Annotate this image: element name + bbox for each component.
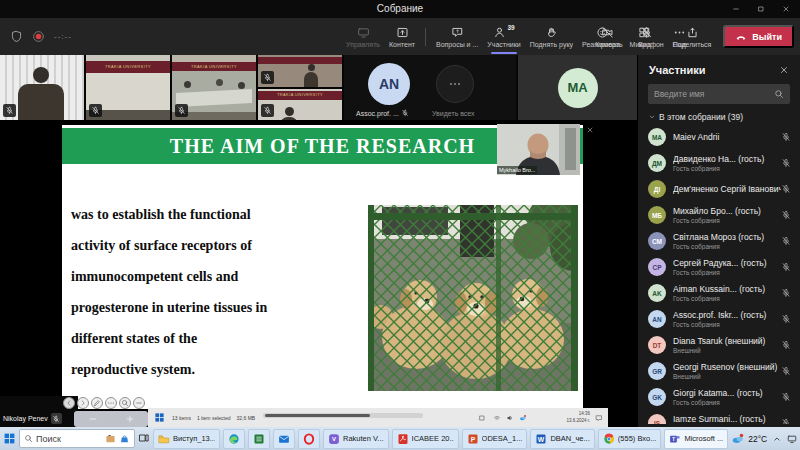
greenapp-icon xyxy=(253,433,265,445)
toolbar-participants-button[interactable]: 39Участники xyxy=(484,18,523,55)
scrollbar[interactable] xyxy=(263,413,423,418)
video-tile-2[interactable]: TRAKIA UNIVERSITY xyxy=(86,55,170,120)
taskbar-app-edge[interactable] xyxy=(223,429,245,449)
video-tile-1[interactable] xyxy=(0,55,84,120)
participant-role: Внешний xyxy=(673,347,781,354)
qa-icon xyxy=(451,26,464,39)
search-highlight-icon[interactable] xyxy=(105,433,116,444)
shared-cloud-icon xyxy=(519,414,527,422)
participant-name: Aiman Kussain... (гость) xyxy=(673,284,781,294)
participant-name: Diana Tsaruk (внешний) xyxy=(673,336,781,346)
slideshow-zoom-button[interactable] xyxy=(119,397,131,409)
weather-widget[interactable]: 22°C xyxy=(731,432,767,446)
participant-row[interactable]: MAMaiev Andrii xyxy=(638,124,800,150)
avatar: MA xyxy=(648,128,666,146)
participant-search-input[interactable] xyxy=(654,89,770,99)
taskbar-app--555-вхо-[interactable]: (555) Вхо... xyxy=(598,429,662,449)
taskbar-app-виступ-13-[interactable]: Виступ_13... xyxy=(153,429,220,449)
slide-text-line: reproductive system. xyxy=(71,354,339,385)
mic-off-icon xyxy=(640,26,653,39)
presenter-webcam[interactable]: Mykhailo Bro... xyxy=(497,124,580,175)
slide-text-line: activity of surface receptors of xyxy=(71,230,339,261)
taskbar-app-odesa-1-[interactable]: PODESA_1... xyxy=(462,429,528,449)
ellipsis-icon xyxy=(448,77,462,91)
minimize-icon xyxy=(732,5,740,13)
slideshow-prev-button[interactable] xyxy=(63,397,75,409)
toolbar-camera-button[interactable]: Камера xyxy=(592,18,624,55)
toolbar-share-button[interactable]: Поделиться xyxy=(670,18,715,55)
video-tile-an[interactable]: AN Assoc.prof. ... Увидеть всех xyxy=(344,55,516,120)
task-view-button[interactable] xyxy=(138,430,150,448)
participant-row[interactable]: DTDiana Tsaruk (внешний)Внешний xyxy=(638,332,800,358)
toolbar-qa-button[interactable]: Вопросы и ... xyxy=(433,18,481,55)
tray-expand-icon[interactable] xyxy=(772,434,782,444)
recording-time: --:-- xyxy=(54,32,72,41)
taskbar-app-dban-че-[interactable]: WDBAN_че... xyxy=(530,429,594,449)
participant-row[interactable]: ДМДавиденко На... (гость)Гость собрания xyxy=(638,150,800,176)
toolbar-raise-hand-button[interactable]: Поднять руку xyxy=(527,18,576,55)
slideshow-more-button[interactable] xyxy=(105,397,117,409)
video-tile-ma[interactable]: MA xyxy=(518,55,637,120)
dogs-photo xyxy=(368,205,578,391)
participant-name: Михайло Бро... (гость) xyxy=(673,206,781,216)
participant-row[interactable]: ISIamze Surmani... (гость)Гость собрания xyxy=(638,410,800,424)
participant-row[interactable]: ANAssoc.prof. Iskr... (гость)Гость собра… xyxy=(638,306,800,332)
avatar: AN xyxy=(648,310,666,328)
leave-button[interactable]: Выйти xyxy=(723,25,794,48)
participant-row[interactable]: СМСвітлана Мороз (гость)Гость собрания xyxy=(638,228,800,254)
slideshow-pen-button[interactable] xyxy=(91,397,103,409)
start-button[interactable] xyxy=(3,432,16,445)
slideshow-minimize-button[interactable] xyxy=(133,397,145,409)
mic-off-icon xyxy=(52,415,60,423)
participant-name: Давиденко На... (гость) xyxy=(673,154,781,164)
taskbar-app-greenapp[interactable] xyxy=(248,429,270,449)
toolbar-mic-button[interactable]: Микрофон xyxy=(627,18,667,55)
taskbar-app-mail[interactable] xyxy=(273,429,295,449)
teams-meeting-window: { "meeting": { "title": "Собрание", "rec… xyxy=(0,0,800,450)
participant-row[interactable]: ДІДем'яненко Сергій Іванович xyxy=(638,176,800,202)
ellipsis-icon xyxy=(107,399,115,407)
mic-off-icon xyxy=(781,314,791,324)
participant-row[interactable]: GRGeorgi Rusenov (внешний)Внешний xyxy=(638,358,800,384)
search-highlight-icon-2[interactable] xyxy=(119,433,130,444)
slideshow-next-button[interactable] xyxy=(77,397,89,409)
participant-row[interactable]: СРСергей Радука... (гость)Гость собрания xyxy=(638,254,800,280)
shared-window-icon xyxy=(478,414,486,422)
minimize-button[interactable] xyxy=(723,0,748,18)
taskbar-app-icabee-20-[interactable]: ICABEE 20... xyxy=(392,429,459,449)
toolbar-content-button[interactable]: Контент xyxy=(386,18,418,55)
tray-display-icon[interactable] xyxy=(787,434,797,444)
content-icon xyxy=(396,26,409,39)
taskbar-app-microsoft-[interactable]: TMicrosoft ... xyxy=(664,429,728,449)
participant-row[interactable]: МБМихайло Бро... (гость)Гость собрания xyxy=(638,202,800,228)
mic-off-icon xyxy=(263,73,272,82)
taskbar-search-input[interactable] xyxy=(36,434,102,444)
zoom-out-button[interactable] xyxy=(88,414,98,424)
participant-search[interactable] xyxy=(648,84,790,104)
maximize-button[interactable] xyxy=(748,0,773,18)
participant-row[interactable]: GKGiorgi Katama... (гость)Гость собрания xyxy=(638,384,800,410)
video-tile-5[interactable]: TRAKIA UNIVERSITY xyxy=(258,89,342,121)
video-tile-3[interactable]: TRAKIA UNIVERSITY xyxy=(172,55,256,120)
zoom-in-button[interactable] xyxy=(125,414,135,424)
panel-close-icon[interactable] xyxy=(779,65,789,75)
mail-icon xyxy=(278,433,290,445)
taskbar-app-opera[interactable] xyxy=(298,429,320,449)
toolbar-manage-button[interactable]: Управлять xyxy=(343,18,383,55)
stage-close-icon[interactable] xyxy=(586,126,594,134)
taskbar-app-label: Microsoft ... xyxy=(684,434,723,443)
see-all-button[interactable] xyxy=(436,65,474,103)
video-tile-4[interactable] xyxy=(258,55,342,87)
shared-content-stage: THE AIM OF THE RESEARCH was to establish… xyxy=(0,120,637,427)
record-icon xyxy=(32,30,45,43)
taskbar-app-rakuten-v-[interactable]: VRakuten V... xyxy=(323,429,389,449)
participant-row[interactable]: AKAiman Kussain... (гость)Гость собрания xyxy=(638,280,800,306)
shared-desktop-taskbar: 13 items 1 item selected 32,6 MB 14:36 1… xyxy=(148,408,608,427)
taskbar-search[interactable] xyxy=(19,429,135,448)
svg-text:W: W xyxy=(538,435,545,442)
panel-section-header[interactable]: В этом собрании (39) xyxy=(648,112,790,122)
avatar: DT xyxy=(648,336,666,354)
avatar: IS xyxy=(648,414,666,424)
close-button[interactable] xyxy=(773,0,798,18)
opera-icon xyxy=(303,433,315,445)
